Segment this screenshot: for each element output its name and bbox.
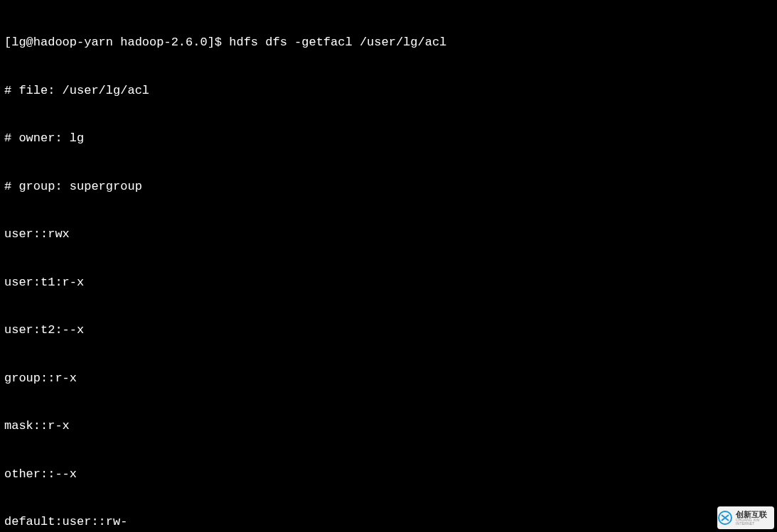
terminal-line: user:t2:--x <box>4 322 777 339</box>
terminal-line: [lg@hadoop-yarn hadoop-2.6.0]$ hdfs dfs … <box>4 35 777 51</box>
terminal-line: other::--x <box>4 467 777 483</box>
watermark-icon <box>717 510 733 526</box>
terminal-line: # group: supergroup <box>4 179 777 195</box>
watermark-cn: 创新互联 <box>736 511 774 519</box>
terminal-line: # file: /user/lg/acl <box>4 83 777 99</box>
terminal-line: group::r-x <box>4 371 777 387</box>
terminal-output: [lg@hadoop-yarn hadoop-2.6.0]$ hdfs dfs … <box>0 0 777 532</box>
terminal-line: user:t1:r-x <box>4 275 777 291</box>
terminal-line: mask::r-x <box>4 418 777 435</box>
terminal-line: # owner: lg <box>4 131 777 147</box>
watermark-logo: 创新互联 CHUANG XIN INTERNET <box>717 506 774 529</box>
watermark-en: CHUANG XIN INTERNET <box>736 519 774 526</box>
terminal-line: user::rwx <box>4 227 777 243</box>
terminal-line: default:user::rw- <box>4 514 777 531</box>
